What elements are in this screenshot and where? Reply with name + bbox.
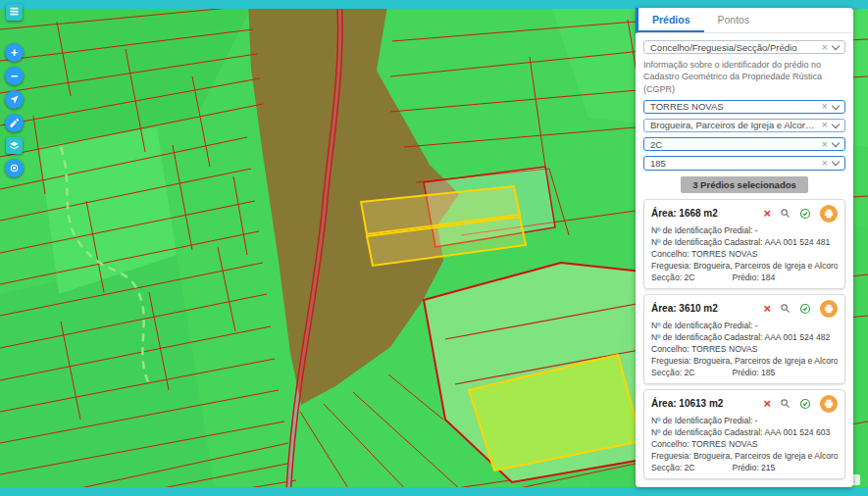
concelho-value: TORRES NOVAS bbox=[650, 101, 817, 112]
id-cadastral: Nº de Identificação Cadastral: AAA 001 5… bbox=[651, 331, 838, 343]
remove-selection-button[interactable]: × bbox=[763, 207, 771, 220]
locate-button[interactable] bbox=[5, 159, 24, 177]
tab-predios[interactable]: Prédios bbox=[638, 8, 704, 32]
remove-selection-button[interactable]: × bbox=[763, 397, 771, 410]
predio-line: Prédio: 215 bbox=[732, 462, 775, 473]
parcel-area: Área: 1668 m2 bbox=[651, 208, 754, 219]
predio-select[interactable]: 185 × bbox=[643, 156, 845, 170]
printer-icon bbox=[824, 399, 834, 409]
layers-icon bbox=[9, 140, 20, 151]
bottom-app-bar bbox=[0, 487, 868, 496]
parcel-area: Área: 10613 m2 bbox=[651, 398, 754, 409]
clear-icon[interactable]: × bbox=[822, 42, 828, 53]
tab-pontos[interactable]: Pontos bbox=[704, 8, 764, 32]
confirm-parcel-button[interactable] bbox=[799, 303, 811, 315]
seccao-line: Secção: 2C bbox=[651, 367, 694, 378]
concelho-line: Concelho: TORRES NOVAS bbox=[651, 343, 838, 355]
id-predial: Nº de Identificação Predial: - bbox=[651, 415, 838, 426]
chevron-down-icon[interactable] bbox=[832, 42, 840, 50]
zoom-to-parcel-button[interactable] bbox=[780, 398, 791, 409]
filter-mode-select[interactable]: Concelho/Freguesia/Secção/Prédio × bbox=[643, 40, 845, 54]
chevron-down-icon[interactable] bbox=[832, 102, 840, 110]
parcel-card: Área: 3610 m2 × Nº de Identificação Pred… bbox=[643, 294, 845, 384]
geolocation-icon bbox=[9, 94, 20, 105]
minus-icon: − bbox=[11, 69, 19, 83]
concelho-line: Concelho: TORRES NOVAS bbox=[651, 438, 838, 450]
id-predial: Nº de Identificação Predial: - bbox=[651, 320, 838, 331]
concelho-line: Concelho: TORRES NOVAS bbox=[651, 248, 838, 260]
properties-panel: Prédios Pontos Concelho/Freguesia/Secção… bbox=[636, 8, 853, 487]
concelho-select[interactable]: TORRES NOVAS × bbox=[643, 100, 845, 114]
filter-mode-value: Concelho/Freguesia/Secção/Prédio bbox=[650, 42, 817, 53]
clear-icon[interactable]: × bbox=[822, 101, 828, 112]
menu-icon bbox=[9, 5, 20, 20]
layers-button[interactable] bbox=[6, 137, 23, 154]
chevron-down-icon[interactable] bbox=[832, 139, 840, 147]
remove-selection-button[interactable]: × bbox=[763, 302, 771, 315]
cadastral-map-app: + − Prédios Pontos bbox=[0, 0, 868, 496]
predio-line: Prédio: 184 bbox=[732, 272, 775, 283]
plus-icon: + bbox=[11, 45, 19, 60]
parcel-card: Área: 10613 m2 × Nº de Identificação Pre… bbox=[643, 389, 845, 479]
freguesia-line: Freguesia: Brogueira, Parceiros de Igrej… bbox=[651, 260, 838, 272]
target-icon bbox=[9, 163, 20, 174]
measure-button[interactable] bbox=[5, 114, 24, 132]
map-toolbar: + − bbox=[5, 4, 24, 177]
zoom-in-button[interactable]: + bbox=[5, 43, 24, 62]
seccao-select[interactable]: 2C × bbox=[643, 137, 845, 151]
zoom-out-button[interactable]: − bbox=[5, 67, 24, 85]
print-parcel-button[interactable] bbox=[820, 300, 838, 318]
printer-icon bbox=[824, 209, 834, 219]
app-menu-button[interactable] bbox=[6, 4, 23, 21]
confirm-parcel-button[interactable] bbox=[799, 398, 811, 410]
freguesia-line: Freguesia: Brogueira, Parceiros de Igrej… bbox=[651, 355, 838, 367]
parcel-card: Área: 1668 m2 × Nº de Identificação Pred… bbox=[643, 199, 845, 289]
selection-count-badge[interactable]: 3 Prédios selecionados bbox=[681, 176, 808, 193]
geolocation-button[interactable] bbox=[5, 90, 24, 109]
print-parcel-button[interactable] bbox=[820, 395, 838, 413]
cgpr-info-text: Informação sobre o identificador do préd… bbox=[643, 59, 845, 94]
id-cadastral: Nº de Identificação Cadastral: AAA 001 5… bbox=[651, 236, 838, 248]
id-cadastral: Nº de Identificação Cadastral: AAA 001 5… bbox=[651, 426, 838, 438]
chevron-down-icon[interactable] bbox=[832, 121, 840, 128]
seccao-value: 2C bbox=[650, 139, 817, 150]
predio-value: 185 bbox=[650, 158, 817, 169]
predio-line: Prédio: 185 bbox=[732, 367, 775, 378]
zoom-to-parcel-button[interactable] bbox=[780, 208, 791, 219]
seccao-line: Secção: 2C bbox=[651, 462, 694, 473]
confirm-parcel-button[interactable] bbox=[799, 208, 811, 220]
print-parcel-button[interactable] bbox=[820, 205, 838, 223]
chevron-down-icon[interactable] bbox=[832, 158, 840, 166]
parcel-area: Área: 3610 m2 bbox=[651, 303, 754, 314]
pencil-icon bbox=[9, 118, 20, 128]
clear-icon[interactable]: × bbox=[822, 158, 828, 169]
freguesia-line: Freguesia: Brogueira, Parceiros de Igrej… bbox=[651, 450, 838, 462]
panel-tabs: Prédios Pontos bbox=[636, 8, 853, 33]
id-predial: Nº de Identificação Predial: - bbox=[651, 224, 838, 236]
printer-icon bbox=[824, 304, 834, 314]
seccao-line: Secção: 2C bbox=[651, 272, 694, 283]
clear-icon[interactable]: × bbox=[822, 139, 828, 150]
freguesia-select[interactable]: Brogueira, Parceiros de Igreja e Alcoroc… bbox=[643, 119, 845, 132]
zoom-to-parcel-button[interactable] bbox=[780, 303, 791, 314]
clear-icon[interactable]: × bbox=[822, 120, 828, 130]
freguesia-value: Brogueira, Parceiros de Igreja e Alcoroc… bbox=[650, 120, 817, 130]
